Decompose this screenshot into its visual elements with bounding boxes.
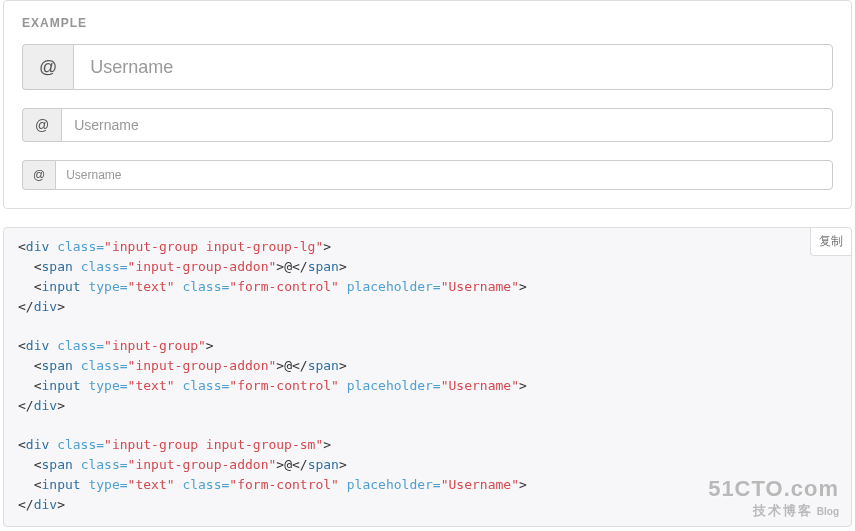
code-panel: 复制 <div class="input-group input-group-l… xyxy=(3,227,852,527)
username-input-default[interactable] xyxy=(61,108,833,142)
example-panel: EXAMPLE @ @ @ xyxy=(3,0,852,209)
copy-button[interactable]: 复制 xyxy=(810,228,851,256)
example-label: EXAMPLE xyxy=(22,16,833,30)
code-block: <div class="input-group input-group-lg">… xyxy=(4,228,851,526)
input-group-small: @ xyxy=(22,160,833,190)
username-input-small[interactable] xyxy=(55,160,833,190)
at-icon: @ xyxy=(22,160,55,190)
at-icon: @ xyxy=(22,108,61,142)
input-group-large: @ xyxy=(22,44,833,90)
input-group-default: @ xyxy=(22,108,833,142)
username-input-large[interactable] xyxy=(73,44,833,90)
at-icon: @ xyxy=(22,44,73,90)
